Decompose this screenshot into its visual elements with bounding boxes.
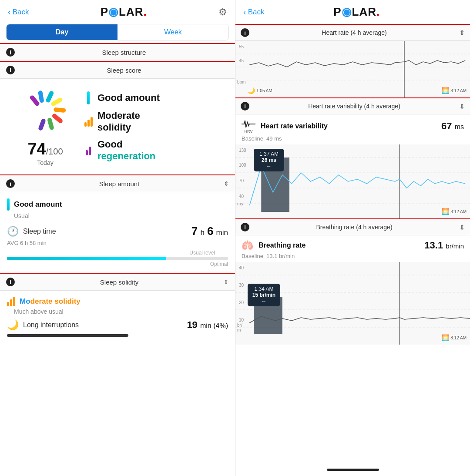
hrv-expand-icon[interactable]: ⇕ — [459, 102, 465, 111]
svg-rect-1 — [38, 90, 44, 103]
progress-bar-bg — [7, 257, 228, 260]
settings-icon[interactable]: ⚙ — [218, 7, 227, 18]
score-item-solidity: Moderatesolidity — [84, 110, 229, 133]
breathing-section: i Breathing rate (4 h average) ⇕ 🫁 Breat… — [235, 218, 470, 345]
hrv-y-130: 130 — [239, 148, 246, 153]
breathing-end-time: 🌅 8:12 AM — [442, 334, 467, 341]
svg-rect-5 — [51, 113, 64, 124]
optimal-label: Optimal — [210, 261, 228, 267]
sleep-hours-unit: h — [200, 228, 204, 237]
left-back-label: Back — [13, 8, 29, 17]
progress-bar-labels: Optimal — [7, 261, 228, 267]
heart-rate-info-icon[interactable]: i — [241, 28, 249, 37]
hrv-info-icon[interactable]: i — [241, 102, 249, 111]
hrv-unit: ms — [455, 123, 464, 131]
sleep-solidity-section-header[interactable]: i Sleep solidity ⇕ — [0, 273, 235, 291]
br-y-40: 40 — [239, 265, 244, 270]
heart-rate-expand-icon[interactable]: ⇕ — [459, 29, 465, 37]
sleep-time-value: 7 h 6 min — [191, 225, 228, 238]
sleep-mins: 6 — [207, 225, 213, 238]
interruptions-progress-bar — [7, 334, 128, 337]
good-amount-header: Good amount — [7, 198, 228, 211]
clock-icon: 🕐 — [7, 226, 19, 237]
sleep-amount-content: Good amount Usual 🕐 Sleep time 7 h 6 min… — [0, 192, 235, 273]
hrv-tooltip-time: 1:37 AM — [258, 151, 280, 157]
sleep-time-label-row: 🕐 Sleep time — [7, 226, 56, 237]
sleep-score-section-header[interactable]: i Sleep score — [0, 61, 235, 79]
sleep-amount-section-header[interactable]: i Sleep amount ⇕ — [0, 174, 235, 192]
br-y-30: 30 — [239, 283, 244, 288]
svg-rect-3 — [50, 97, 63, 107]
sleep-solidity-expand-icon[interactable]: ⇕ — [224, 278, 229, 285]
hr-y-45: 45 — [239, 58, 244, 63]
sleep-time-row: 🕐 Sleep time 7 h 6 min — [7, 219, 228, 240]
sleep-solidity-info-icon[interactable]: i — [6, 278, 15, 286]
sleep-structure-title: Sleep structure — [19, 49, 229, 56]
hrv-chart: 130 100 70 40 ms 1:37 AM 26 m — [235, 144, 470, 218]
breathing-chart: 40 30 20 10 br/m 1:34 AM 15 b — [235, 262, 470, 345]
sleep-hours: 7 — [191, 225, 198, 238]
good-amount-content-title: Good amount — [14, 200, 62, 209]
svg-rect-4 — [54, 107, 66, 112]
interruptions-label: Long interruptions — [23, 321, 79, 329]
right-back-label: Back — [248, 8, 265, 17]
left-panel: ‹ Back P◉LAR. ⚙ Day Week i Sleep structu… — [0, 0, 235, 476]
hrv-info-row: HRV Heart rate variability 67 ms — [235, 114, 470, 135]
moderate-title: Moderate solidity — [20, 297, 81, 306]
hrv-y-40: 40 — [239, 194, 244, 199]
amount-icon — [84, 91, 92, 104]
interruptions-number: 19 — [187, 319, 197, 330]
breathing-tooltip: 1:34 AM 15 br/min ↔ — [248, 284, 254, 287]
breathing-tooltip-time: 1:34 AM — [252, 286, 276, 292]
hr-start-time: 🌙 1:05 AM — [248, 87, 272, 94]
sleep-score-info-icon[interactable]: i — [6, 66, 15, 74]
hr-end-time: 🌅 8:12 AM — [442, 87, 467, 94]
hrv-label: Heart rate variability — [261, 122, 328, 130]
score-details: Good amount Moderatesolidity — [84, 86, 229, 168]
breathing-unit: br/min — [446, 242, 464, 250]
tab-week[interactable]: Week — [118, 24, 228, 40]
score-item-regeneration: Goodregeneration — [84, 139, 229, 162]
breathing-value: 13.1 br/min — [424, 240, 464, 251]
sleep-score-title: Sleep score — [19, 67, 229, 74]
hrv-section: i Heart rate variability (4 h average) ⇕… — [235, 97, 470, 218]
right-bottom-bar-container — [235, 463, 470, 476]
moderate-m-letter: Mo — [20, 297, 30, 305]
sleep-structure-info-icon[interactable]: i — [6, 48, 15, 57]
moderate-rest-text: derate solidity — [30, 297, 81, 305]
cyan-bar-icon — [7, 198, 10, 211]
right-back-chevron-icon: ‹ — [243, 7, 246, 17]
tab-day[interactable]: Day — [7, 24, 118, 40]
sleep-structure-section-header[interactable]: i Sleep structure — [0, 43, 235, 61]
hr-y-55: 55 — [239, 44, 244, 49]
br-y-brmin: br/m — [237, 323, 242, 332]
breathing-expand-icon[interactable]: ⇕ — [459, 223, 465, 231]
sleep-solidity-title: Sleep solidity — [19, 278, 219, 286]
score-item-amount: Good amount — [84, 91, 229, 104]
hrv-y-100: 100 — [239, 163, 246, 168]
sleep-amount-title: Sleep amount — [19, 180, 219, 188]
hrv-tooltip-value: 26 ms — [258, 157, 280, 163]
tabs: Day Week — [6, 24, 229, 40]
breathing-info-icon[interactable]: i — [241, 223, 249, 231]
breathing-info-row: 🫁 Breathing rate 13.1 br/min — [235, 235, 470, 253]
left-back-button[interactable]: ‹ Back — [8, 7, 29, 17]
usual-level-label: Usual level — [189, 250, 215, 256]
right-back-button[interactable]: ‹ Back — [243, 7, 264, 17]
hrv-wave-icon: HRV — [242, 119, 255, 134]
score-max: /100 — [46, 147, 63, 156]
moderate-bar-icon — [7, 297, 15, 306]
right-polar-logo: P◉LAR. — [333, 5, 380, 19]
svg-rect-2 — [45, 90, 54, 103]
good-regeneration-score-label: Goodregeneration — [97, 139, 155, 162]
hrv-end-time: 🌅 8:12 AM — [442, 208, 467, 215]
breathing-section-title: Breathing rate (4 h average) — [254, 224, 455, 231]
score-circle-area: 74/100 Today — [6, 86, 84, 168]
interruptions-unit: min (4%) — [200, 322, 228, 329]
left-back-chevron-icon: ‹ — [8, 7, 11, 17]
expand-icon[interactable]: ⇕ — [224, 180, 229, 187]
sleep-amount-info-icon[interactable]: i — [6, 179, 15, 188]
left-header: ‹ Back P◉LAR. ⚙ — [0, 0, 235, 24]
good-amount-score-label: Good amount — [97, 92, 160, 104]
breathing-header: i Breathing rate (4 h average) ⇕ — [235, 218, 470, 235]
